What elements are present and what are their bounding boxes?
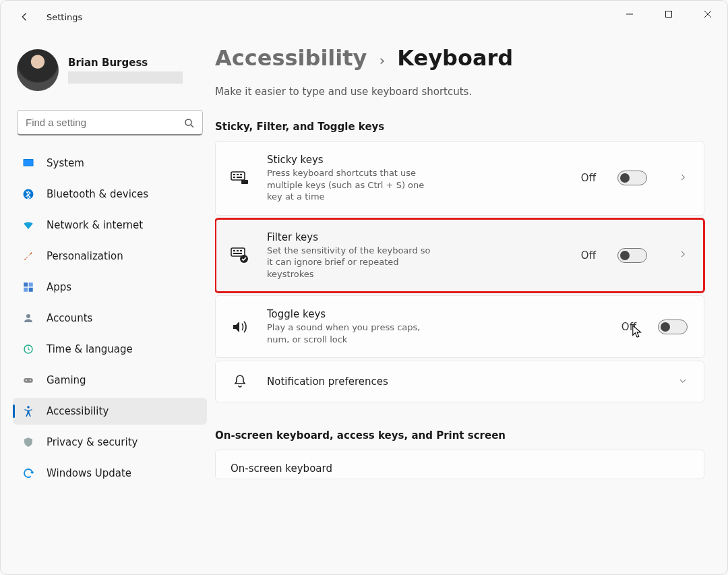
- keys-card-list: Sticky keys Press keyboard shortcuts tha…: [215, 141, 704, 402]
- brush-icon: [22, 250, 34, 262]
- sidebar-item-label: Privacy & security: [47, 436, 138, 448]
- minimize-button[interactable]: [610, 1, 649, 28]
- sidebar-item-bluetooth[interactable]: Bluetooth & devices: [13, 181, 207, 208]
- on-screen-keyboard-row[interactable]: On-screen keyboard: [215, 450, 704, 479]
- title-bar: Settings: [1, 1, 727, 33]
- toggle-keys-toggle[interactable]: [658, 320, 688, 334]
- svg-point-9: [26, 314, 30, 318]
- svg-point-1: [185, 119, 191, 125]
- back-button[interactable]: [11, 3, 38, 30]
- filter-keys-row[interactable]: Filter keys Set the sensitivity of the k…: [215, 218, 704, 293]
- svg-rect-16: [231, 172, 245, 180]
- toggle-state: Off: [621, 321, 636, 333]
- sidebar-item-gaming[interactable]: Gaming: [13, 367, 207, 394]
- wifi-icon: [22, 219, 34, 231]
- update-icon: [22, 467, 34, 479]
- osk-card-list: On-screen keyboard: [215, 450, 704, 479]
- keyboard-filter-icon: [231, 247, 249, 264]
- notification-preferences-row[interactable]: Notification preferences: [215, 361, 704, 402]
- svg-rect-5: [24, 282, 28, 286]
- toggle-keys-row[interactable]: Toggle keys Play a sound when you press …: [215, 295, 704, 358]
- svg-rect-19: [240, 174, 242, 175]
- sidebar-item-privacy[interactable]: Privacy & security: [13, 429, 207, 456]
- sidebar: Brian Burgess System Bluetooth & devices…: [1, 33, 215, 574]
- svg-rect-24: [233, 250, 235, 251]
- sidebar-item-update[interactable]: Windows Update: [13, 460, 207, 487]
- svg-rect-12: [24, 378, 33, 383]
- svg-rect-18: [237, 174, 239, 175]
- card-title: Notification preferences: [267, 375, 435, 388]
- search-box[interactable]: [17, 110, 203, 135]
- toggle-state: Off: [581, 172, 596, 184]
- window-title: Settings: [47, 12, 82, 22]
- sidebar-nav: System Bluetooth & devices Network & int…: [9, 148, 211, 489]
- window-controls: [610, 1, 727, 28]
- system-icon: [22, 157, 34, 169]
- sidebar-item-label: Network & internet: [47, 219, 143, 231]
- profile-block[interactable]: Brian Burgess: [5, 40, 211, 106]
- bluetooth-icon: [22, 188, 34, 200]
- chevron-right-icon[interactable]: [678, 249, 688, 262]
- section-header-keys: Sticky, Filter, and Toggle keys: [215, 121, 704, 133]
- breadcrumb: Accessibility › Keyboard: [215, 45, 704, 71]
- svg-rect-27: [233, 253, 242, 254]
- svg-rect-6: [29, 282, 33, 286]
- search-icon: [183, 117, 194, 128]
- svg-rect-3: [24, 160, 33, 166]
- close-button[interactable]: [688, 1, 727, 28]
- toggle-state: Off: [581, 249, 596, 262]
- accounts-icon: [22, 312, 34, 324]
- profile-email-redacted: [68, 71, 183, 84]
- sound-icon: [231, 320, 249, 334]
- card-desc: Press keyboard shortcuts that use multip…: [267, 167, 435, 203]
- sidebar-item-label: Accessibility: [47, 405, 109, 417]
- svg-rect-25: [237, 250, 239, 251]
- svg-rect-21: [237, 177, 242, 178]
- filter-keys-toggle[interactable]: [617, 248, 647, 263]
- svg-rect-23: [231, 248, 245, 256]
- section-header-osk: On-screen keyboard, access keys, and Pri…: [215, 429, 704, 442]
- svg-rect-7: [24, 288, 28, 292]
- card-desc: Set the sensitivity of the keyboard so i…: [267, 245, 435, 280]
- card-title: Filter keys: [267, 231, 435, 243]
- sidebar-item-label: Time & language: [47, 343, 133, 355]
- sticky-keys-toggle[interactable]: [617, 171, 647, 185]
- breadcrumb-current: Keyboard: [397, 45, 513, 71]
- svg-rect-8: [29, 288, 33, 292]
- accessibility-icon: [22, 405, 34, 417]
- sticky-keys-row[interactable]: Sticky keys Press keyboard shortcuts tha…: [215, 141, 704, 216]
- card-title: Toggle keys: [267, 308, 435, 320]
- page-subtitle: Make it easier to type and use keyboard …: [215, 86, 704, 98]
- sidebar-item-accessibility[interactable]: Accessibility: [13, 398, 207, 425]
- svg-point-4: [24, 189, 34, 200]
- maximize-button[interactable]: [649, 1, 688, 28]
- search-input[interactable]: [26, 117, 177, 128]
- keyboard-icon: [231, 171, 249, 185]
- svg-rect-20: [233, 177, 235, 178]
- sidebar-item-time[interactable]: Time & language: [13, 336, 207, 363]
- svg-point-14: [30, 380, 31, 381]
- svg-rect-26: [240, 250, 242, 251]
- sidebar-item-label: Personalization: [47, 250, 123, 262]
- chevron-down-icon[interactable]: [678, 375, 688, 388]
- svg-rect-17: [233, 174, 235, 175]
- svg-rect-22: [241, 180, 248, 184]
- card-title: Sticky keys: [267, 154, 435, 166]
- svg-point-13: [26, 380, 27, 381]
- avatar: [17, 49, 59, 91]
- sidebar-item-network[interactable]: Network & internet: [13, 212, 207, 239]
- apps-icon: [22, 281, 34, 293]
- sidebar-item-label: Windows Update: [47, 467, 131, 479]
- sidebar-item-label: Bluetooth & devices: [47, 188, 148, 200]
- gaming-icon: [22, 374, 34, 386]
- sidebar-item-personalization[interactable]: Personalization: [13, 243, 207, 270]
- profile-name: Brian Burgess: [68, 57, 183, 69]
- sidebar-item-apps[interactable]: Apps: [13, 274, 207, 301]
- sidebar-item-system[interactable]: System: [13, 150, 207, 177]
- breadcrumb-parent[interactable]: Accessibility: [215, 45, 367, 71]
- sidebar-item-label: Apps: [47, 281, 71, 293]
- sidebar-item-label: Gaming: [47, 374, 86, 386]
- sidebar-item-accounts[interactable]: Accounts: [13, 305, 207, 332]
- chevron-right-icon: ›: [379, 52, 385, 69]
- chevron-right-icon[interactable]: [678, 172, 688, 185]
